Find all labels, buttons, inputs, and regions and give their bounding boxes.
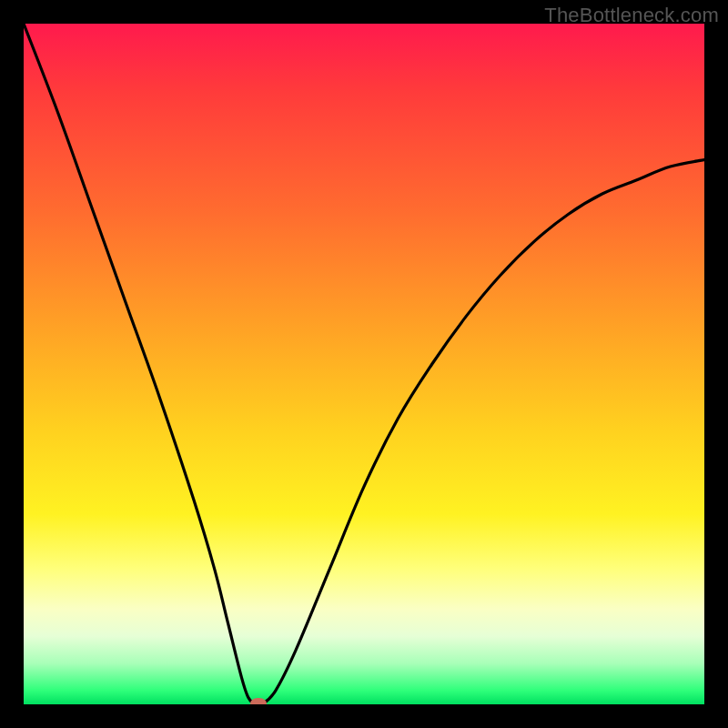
chart-frame: TheBottleneck.com (0, 0, 728, 728)
optimal-point-marker (250, 698, 267, 704)
attribution-watermark: TheBottleneck.com (544, 4, 719, 27)
plot-area (24, 24, 704, 704)
bottleneck-curve (24, 24, 704, 704)
